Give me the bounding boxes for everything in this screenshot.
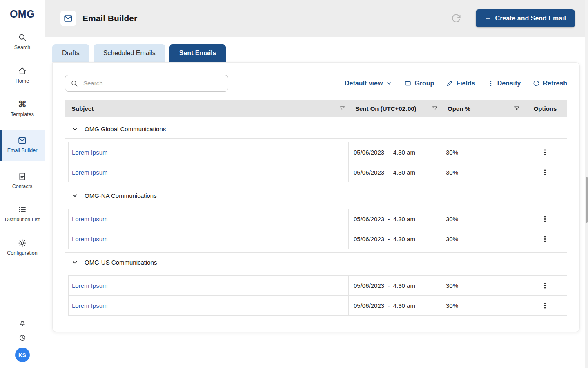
- tab-bar: DraftsScheduled EmailsSent Emails: [52, 44, 580, 62]
- sent-on-value: 05/06/2023 - 4.30 am: [354, 302, 415, 309]
- kebab-menu-icon[interactable]: [541, 168, 549, 176]
- kebab-menu-icon[interactable]: [541, 215, 549, 223]
- sent-on-value: 05/06/2023 - 4.30 am: [354, 169, 415, 176]
- column-header-subject: Subject: [65, 100, 349, 117]
- configuration-icon: [18, 239, 27, 247]
- kebab-menu-icon[interactable]: [541, 302, 549, 310]
- table-row: Lorem Ipsum05/06/2023 - 4.30 am30%: [69, 229, 567, 249]
- density-button-label: Density: [497, 80, 521, 87]
- column-header-sent-on: Sent On (UTC+02:00): [349, 100, 441, 117]
- tab-drafts[interactable]: Drafts: [52, 44, 89, 62]
- history-button[interactable]: [18, 333, 27, 342]
- sidebar-item-home[interactable]: Home: [0, 63, 45, 89]
- create-and-send-email-button[interactable]: Create and Send Email: [476, 9, 575, 27]
- options-cell: [523, 296, 567, 315]
- refresh-button-label: Refresh: [543, 80, 567, 87]
- view-selector-label: Default view: [345, 80, 383, 87]
- table-row: Lorem Ipsum05/06/2023 - 4.30 am30%: [69, 276, 567, 296]
- open-pct-value: 30%: [446, 236, 458, 242]
- main-area: Email Builder Create and Send Email Draf…: [45, 0, 588, 368]
- search-input[interactable]: [82, 79, 223, 87]
- group-button[interactable]: Group: [405, 80, 434, 87]
- chevron-down-icon[interactable]: [71, 126, 78, 132]
- filter-icon[interactable]: [432, 105, 438, 112]
- email-subject-link[interactable]: Lorem Ipsum: [72, 302, 108, 309]
- tab-scheduled-emails[interactable]: Scheduled Emails: [94, 44, 165, 62]
- sidebar-item-contacts[interactable]: Contacts: [0, 168, 45, 194]
- filter-icon[interactable]: [339, 105, 345, 112]
- clock-icon: [19, 334, 26, 341]
- user-avatar[interactable]: KS: [15, 348, 30, 362]
- email-subject-link[interactable]: Lorem Ipsum: [72, 149, 108, 156]
- group-label: OMG-NA Communications: [85, 192, 157, 199]
- sent-on-value: 05/06/2023 - 4.30 am: [354, 215, 415, 222]
- app-root: OMG SearchHome⌘TemplatesEmail BuilderCon…: [0, 0, 588, 368]
- page-title: Email Builder: [82, 13, 137, 23]
- tab-sent-emails[interactable]: Sent Emails: [169, 44, 226, 62]
- email-subject-link[interactable]: Lorem Ipsum: [72, 169, 108, 176]
- sidebar-item-label: Configuration: [7, 250, 37, 257]
- sidebar-item-templates[interactable]: ⌘Templates: [0, 96, 45, 122]
- email-builder-icon: [60, 11, 76, 26]
- subject-cell: Lorem Ipsum: [69, 162, 348, 182]
- group-row-omg-global-communications[interactable]: OMG Global Communications: [65, 119, 567, 139]
- sidebar-nav: SearchHome⌘TemplatesEmail BuilderContact…: [0, 29, 45, 260]
- search-box[interactable]: [65, 75, 228, 92]
- title-wrap: Email Builder: [60, 11, 137, 26]
- open-pct-value: 30%: [446, 169, 458, 176]
- sidebar-item-label: Email Builder: [7, 148, 38, 154]
- chevron-down-icon[interactable]: [71, 259, 78, 266]
- toolbar-actions: Default view Group Fields Density: [345, 80, 567, 87]
- open-pct-value: 30%: [446, 149, 458, 156]
- sidebar-item-label: Contacts: [12, 184, 32, 190]
- group-button-label: Group: [414, 80, 434, 87]
- kebab-menu-icon[interactable]: [541, 282, 549, 289]
- email-icon: [18, 136, 27, 145]
- refresh-icon: [533, 80, 539, 87]
- options-cell: [523, 209, 567, 229]
- options-cell: [523, 142, 567, 162]
- group-row-omg-us-communications[interactable]: OMG-US Communications: [65, 252, 567, 272]
- search-icon: [71, 80, 78, 87]
- plus-icon: [485, 15, 491, 22]
- omg-logo: OMG: [10, 8, 35, 20]
- sent-on-value: 05/06/2023 - 4.30 am: [354, 236, 415, 242]
- email-subject-link[interactable]: Lorem Ipsum: [72, 282, 108, 289]
- create-button-label: Create and Send Email: [495, 15, 566, 22]
- sidebar-item-distribution-list[interactable]: Distribution List: [0, 201, 45, 227]
- sidebar-item-email-builder[interactable]: Email Builder: [0, 130, 45, 161]
- sidebar: OMG SearchHome⌘TemplatesEmail BuilderCon…: [0, 0, 45, 368]
- filter-icon[interactable]: [514, 105, 520, 112]
- refresh-button[interactable]: Refresh: [533, 80, 567, 87]
- distribution-list-icon: [18, 205, 27, 214]
- density-button[interactable]: Density: [488, 80, 521, 87]
- notifications-button[interactable]: [18, 319, 27, 328]
- page-scrollbar[interactable]: [585, 0, 588, 368]
- scrollbar-thumb[interactable]: [586, 177, 588, 223]
- sidebar-item-label: Templates: [11, 112, 34, 118]
- view-selector[interactable]: Default view: [345, 80, 392, 87]
- sidebar-item-configuration[interactable]: Configuration: [0, 235, 45, 261]
- email-subject-link[interactable]: Lorem Ipsum: [72, 215, 108, 222]
- kebab-menu-icon[interactable]: [541, 148, 549, 156]
- sent-emails-table: Subject Sent On (UTC+02:00) Open % Optio…: [65, 100, 567, 316]
- open-pct-cell: 30%: [441, 276, 523, 295]
- sidebar-item-label: Distribution List: [5, 217, 40, 223]
- fields-button[interactable]: Fields: [446, 80, 475, 87]
- column-label: Sent On (UTC+02:00): [355, 105, 416, 112]
- group-row-omg-na-communications[interactable]: OMG-NA Communications: [65, 186, 567, 205]
- group-rows: Lorem Ipsum05/06/2023 - 4.30 am30%Lorem …: [68, 142, 567, 182]
- chevron-down-icon[interactable]: [71, 192, 78, 199]
- email-subject-link[interactable]: Lorem Ipsum: [72, 236, 108, 242]
- content-card: Default view Group Fields Density: [52, 62, 580, 332]
- open-pct-value: 30%: [446, 302, 458, 309]
- sidebar-footer: KS: [0, 312, 45, 368]
- sent-on-value: 05/06/2023 - 4.30 am: [354, 282, 415, 289]
- kebab-menu-icon[interactable]: [541, 235, 549, 243]
- options-cell: [523, 229, 567, 249]
- sidebar-item-search[interactable]: Search: [0, 29, 45, 55]
- open-pct-cell: 30%: [441, 296, 523, 315]
- table-header: Subject Sent On (UTC+02:00) Open % Optio…: [65, 100, 567, 117]
- open-pct-value: 30%: [446, 282, 458, 289]
- reload-icon[interactable]: [451, 13, 461, 23]
